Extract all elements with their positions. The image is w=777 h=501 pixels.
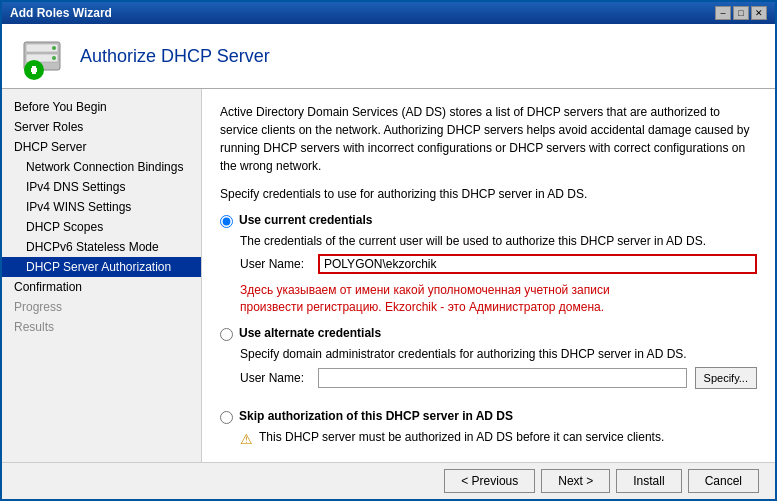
sidebar-item-ipv4-dns-settings[interactable]: IPv4 DNS Settings [2,177,201,197]
svg-point-4 [52,56,56,60]
skip-section: Skip authorization of this DHCP server i… [220,409,757,447]
sidebar-item-dhcp-scopes[interactable]: DHCP Scopes [2,217,201,237]
sidebar-item-before-you-begin[interactable]: Before You Begin [2,97,201,117]
alternate-credentials-section: Use alternate credentials Specify domain… [220,326,757,389]
close-button[interactable]: ✕ [751,6,767,20]
skip-radio-row: Skip authorization of this DHCP server i… [220,409,757,424]
alternate-credentials-radio[interactable] [220,328,233,341]
skip-authorization-radio[interactable] [220,411,233,424]
russian-annotation: Здесь указываем от имени какой уполномоч… [240,282,757,316]
main-window: Add Roles Wizard – □ ✕ Authorize DHCP Se… [0,0,777,501]
sidebar-item-dhcp-server[interactable]: DHCP Server [2,137,201,157]
alternate-credentials-field-row: User Name: Specify... [240,367,757,389]
warning-icon: ⚠ [240,431,253,447]
sidebar-item-confirmation[interactable]: Confirmation [2,277,201,297]
sidebar-item-results[interactable]: Results [2,317,201,337]
current-username-input[interactable] [318,254,757,274]
sidebar-item-network-connection-bindings[interactable]: Network Connection Bindings [2,157,201,177]
alternate-credentials-radio-row: Use alternate credentials [220,326,757,341]
header-area: Authorize DHCP Server [2,24,775,89]
sidebar-item-dhcp-server-authorization[interactable]: DHCP Server Authorization [2,257,201,277]
install-button[interactable]: Install [616,469,681,493]
sidebar: Before You Begin Server Roles DHCP Serve… [2,89,202,462]
sidebar-item-progress[interactable]: Progress [2,297,201,317]
alternate-username-label: User Name: [240,371,310,385]
maximize-button[interactable]: □ [733,6,749,20]
bottom-bar: < Previous Next > Install Cancel [2,462,775,499]
page-title: Authorize DHCP Server [80,46,270,67]
sidebar-item-server-roles[interactable]: Server Roles [2,117,201,137]
current-credentials-radio[interactable] [220,215,233,228]
description-text: Active Directory Domain Services (AD DS)… [220,103,757,175]
current-credentials-field-row: User Name: [240,254,757,274]
previous-button[interactable]: < Previous [444,469,535,493]
russian-line1: Здесь указываем от имени какой уполномоч… [240,283,610,297]
warning-text: This DHCP server must be authorized in A… [259,430,664,444]
alternate-credentials-label[interactable]: Use alternate credentials [239,326,381,340]
content-area: Before You Begin Server Roles DHCP Serve… [2,89,775,462]
warning-row: ⚠ This DHCP server must be authorized in… [240,430,757,447]
alternate-username-input[interactable] [318,368,687,388]
sidebar-item-ipv4-wins-settings[interactable]: IPv4 WINS Settings [2,197,201,217]
current-credentials-desc: The credentials of the current user will… [240,234,757,248]
header-icon [18,32,66,80]
alternate-credentials-desc: Specify domain administrator credentials… [240,347,757,361]
current-credentials-label[interactable]: Use current credentials [239,213,372,227]
sidebar-item-dhcpv6-stateless-mode[interactable]: DHCPv6 Stateless Mode [2,237,201,257]
current-credentials-section: Use current credentials The credentials … [220,213,757,274]
next-button[interactable]: Next > [541,469,610,493]
svg-rect-7 [32,66,36,74]
skip-authorization-label[interactable]: Skip authorization of this DHCP server i… [239,409,513,423]
minimize-button[interactable]: – [715,6,731,20]
title-bar-controls: – □ ✕ [715,6,767,20]
russian-line2: произвести регистрацию. Ekzorchik - это … [240,300,604,314]
current-credentials-radio-row: Use current credentials [220,213,757,228]
current-username-label: User Name: [240,257,310,271]
window-title: Add Roles Wizard [10,6,112,20]
cancel-button[interactable]: Cancel [688,469,759,493]
specify-text: Specify credentials to use for authorizi… [220,187,757,201]
main-panel: Active Directory Domain Services (AD DS)… [202,89,775,462]
svg-point-3 [52,46,56,50]
specify-button[interactable]: Specify... [695,367,757,389]
title-bar: Add Roles Wizard – □ ✕ [2,2,775,24]
